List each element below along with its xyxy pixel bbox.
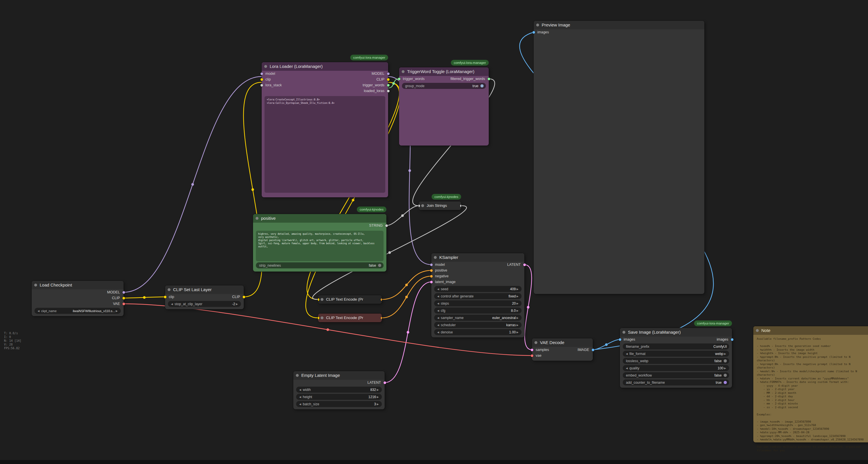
width-stepper[interactable]: width 832 — [296, 387, 382, 393]
sampler-name-combo[interactable]: sampler_name euler_ancestral — [434, 315, 522, 321]
node-join-strings[interactable]: comfyui-kjnodes Join Strings — [418, 201, 461, 210]
collapse-dot-icon[interactable] — [320, 316, 323, 319]
node-title-bar[interactable]: TriggerWord Toggle (LoraManager) — [399, 67, 489, 76]
cfg-stepper[interactable]: cfg 8.0 — [434, 308, 522, 314]
increment-arrow-icon[interactable] — [115, 310, 119, 312]
node-title-bar[interactable]: KSampler — [431, 253, 524, 262]
decrement-arrow-icon[interactable] — [436, 309, 440, 312]
stop-at-clip-layer-stepper[interactable]: stop_at_clip_layer -2 — [168, 301, 241, 307]
node-title-bar[interactable]: CLIP Set Last Layer — [165, 285, 244, 294]
increment-arrow-icon[interactable] — [516, 309, 519, 312]
node-title-bar[interactable]: CLIP Text Encode (Pr — [318, 314, 382, 322]
node-preview-image[interactable]: Preview Image images — [534, 21, 704, 294]
node-graph-canvas[interactable]: T: 0.0/s I: 0 N: 14 [14] V: 28 FPS:56.82… — [0, 0, 868, 464]
increment-arrow-icon[interactable] — [723, 367, 727, 370]
node-title-bar[interactable]: Empty Latent Image — [293, 371, 385, 380]
toggle-knob-icon[interactable] — [724, 381, 727, 384]
collapsed-input-pin[interactable] — [418, 205, 420, 207]
collapsed-input-pin[interactable] — [318, 317, 319, 319]
increment-arrow-icon[interactable] — [235, 302, 239, 306]
node-triggerword-toggle[interactable]: comfyui-lora-manager TriggerWord Toggle … — [399, 67, 489, 146]
increment-arrow-icon[interactable] — [516, 324, 519, 326]
input-pin-vae[interactable] — [531, 354, 533, 357]
group-mode-toggle[interactable]: group_mode true — [402, 83, 486, 89]
toggle-knob-icon[interactable] — [378, 264, 381, 267]
input-pin-clip[interactable] — [260, 78, 263, 81]
input-pin-model[interactable] — [260, 72, 263, 75]
input-pin-model[interactable] — [430, 263, 433, 266]
input-pin-trigger-words[interactable] — [398, 78, 401, 80]
collapse-dot-icon[interactable] — [434, 256, 437, 259]
node-title-bar[interactable]: Lora Loader (LoraManager) — [261, 62, 388, 71]
input-pin-positive[interactable] — [430, 269, 433, 272]
node-lora-loader[interactable]: comfyui-lora-manager Lora Loader (LoraMa… — [261, 62, 388, 197]
increment-arrow-icon[interactable] — [376, 396, 379, 399]
node-title-bar[interactable]: Preview Image — [534, 21, 704, 29]
collapse-dot-icon[interactable] — [622, 331, 625, 334]
increment-arrow-icon[interactable] — [376, 403, 379, 406]
strip-newlines-toggle[interactable]: strip_newlines false — [256, 262, 383, 268]
output-pin-trigger-words[interactable] — [387, 84, 390, 87]
quality-stepper[interactable]: quality 100 — [623, 365, 729, 371]
input-pin-images[interactable] — [619, 338, 621, 341]
decrement-arrow-icon[interactable] — [299, 403, 302, 406]
node-vae-decode[interactable]: VAE Decode samples IMAGE vae — [532, 338, 593, 361]
decrement-arrow-icon[interactable] — [436, 316, 440, 319]
decrement-arrow-icon[interactable] — [436, 295, 440, 298]
steps-stepper[interactable]: steps 20 — [434, 300, 522, 307]
collapsed-output-pin[interactable] — [460, 205, 461, 207]
output-pin-latent[interactable] — [523, 263, 526, 266]
node-title-bar[interactable]: Load Checkpoint — [32, 281, 124, 289]
output-pin-clip[interactable] — [243, 296, 245, 298]
output-pin-vae[interactable] — [122, 302, 125, 305]
output-pin-model[interactable] — [387, 72, 390, 75]
node-title-bar[interactable]: Note — [753, 326, 868, 335]
embed-workflow-toggle[interactable]: embed_workflow false — [623, 372, 729, 378]
node-positive-prompt[interactable]: comfyui-kjnodes positive STRING highres,… — [253, 214, 386, 271]
decrement-arrow-icon[interactable] — [37, 310, 40, 312]
decrement-arrow-icon[interactable] — [170, 302, 174, 306]
input-pin-images[interactable] — [532, 31, 535, 34]
collapse-dot-icon[interactable] — [34, 284, 37, 287]
collapse-dot-icon[interactable] — [264, 65, 267, 68]
node-title-bar[interactable]: positive — [253, 214, 386, 223]
decrement-arrow-icon[interactable] — [436, 288, 440, 291]
node-save-image[interactable]: comfyui-lora-manager Save Image (LoraMan… — [620, 328, 732, 388]
collapsed-output-pin[interactable] — [381, 317, 382, 319]
output-pin-images[interactable] — [731, 338, 734, 341]
collapsed-input-pin[interactable] — [318, 298, 319, 301]
collapse-dot-icon[interactable] — [167, 288, 170, 291]
output-pin-filtered-trigger-words[interactable] — [488, 78, 490, 80]
toggle-knob-icon[interactable] — [724, 359, 727, 362]
node-clip-text-encode-positive[interactable]: CLIP Text Encode (Pr — [318, 295, 382, 304]
node-load-checkpoint[interactable]: Load Checkpoint MODEL CLIP VAE ckpt_name… — [32, 281, 124, 316]
decrement-arrow-icon[interactable] — [436, 324, 440, 326]
collapse-dot-icon[interactable] — [402, 70, 405, 73]
lossless-webp-toggle[interactable]: lossless_webp false — [623, 358, 729, 364]
decrement-arrow-icon[interactable] — [625, 352, 628, 355]
denoise-stepper[interactable]: denoise 1.00 — [434, 329, 522, 335]
toggle-knob-icon[interactable] — [724, 374, 727, 377]
collapse-dot-icon[interactable] — [320, 298, 323, 301]
increment-arrow-icon[interactable] — [516, 295, 519, 298]
collapsed-output-pin[interactable] — [381, 298, 382, 301]
input-pin-negative[interactable] — [430, 275, 433, 278]
output-pin-string[interactable] — [385, 224, 388, 227]
output-pin-latent[interactable] — [383, 381, 386, 384]
scheduler-combo[interactable]: scheduler karras — [434, 322, 522, 328]
batch-size-stepper[interactable]: batch_size 3 — [296, 401, 382, 407]
decrement-arrow-icon[interactable] — [436, 331, 440, 334]
increment-arrow-icon[interactable] — [376, 388, 379, 391]
decrement-arrow-icon[interactable] — [625, 367, 628, 370]
filename-prefix-field[interactable]: filename_prefix ComfyUI — [623, 344, 729, 349]
increment-arrow-icon[interactable] — [516, 288, 519, 291]
collapse-dot-icon[interactable] — [421, 204, 424, 207]
node-ksampler[interactable]: KSampler model LATENT positive negative … — [431, 253, 524, 338]
seed-stepper[interactable]: seed 409 — [434, 286, 522, 292]
input-pin-lora-stack[interactable] — [260, 84, 263, 87]
output-pin-clip[interactable] — [122, 297, 125, 299]
increment-arrow-icon[interactable] — [723, 352, 727, 355]
lora-syntax-textarea[interactable]: <lora:CreateConcept_Illustrious:0.8> <lo… — [265, 96, 385, 193]
output-pin-clip[interactable] — [387, 78, 390, 81]
collapse-dot-icon[interactable] — [296, 374, 299, 377]
